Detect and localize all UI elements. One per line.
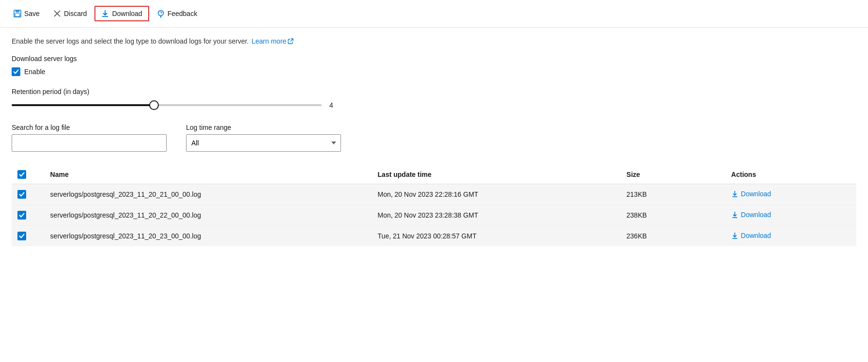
table-row: serverlogs/postgresql_2023_11_20_21_00_0… bbox=[12, 184, 856, 205]
row-checkbox-1[interactable] bbox=[17, 211, 26, 220]
retention-section: Retention period (in days) 4 bbox=[12, 88, 856, 110]
enable-label: Enable bbox=[24, 68, 46, 76]
log-time-wrapper: All Last hour Last 6 hours Last 12 hours… bbox=[186, 134, 341, 152]
col-header-time: Last update time bbox=[372, 165, 621, 184]
row-download-label-1: Download bbox=[741, 211, 771, 219]
download-label: Download bbox=[112, 10, 142, 17]
row-size-cell: 236KB bbox=[620, 226, 725, 247]
svg-rect-2 bbox=[15, 14, 20, 16]
enable-row: Enable bbox=[12, 67, 856, 76]
col-header-size: Size bbox=[620, 165, 725, 184]
search-label: Search for a log file bbox=[12, 124, 167, 131]
row-download-button-0[interactable]: Download bbox=[731, 190, 771, 198]
svg-line-10 bbox=[291, 39, 294, 42]
log-time-select[interactable]: All Last hour Last 6 hours Last 12 hours… bbox=[186, 134, 341, 152]
save-label: Save bbox=[24, 10, 40, 17]
row-time-cell: Mon, 20 Nov 2023 22:28:16 GMT bbox=[372, 184, 621, 205]
search-input[interactable] bbox=[12, 134, 167, 152]
download-button[interactable]: Download bbox=[94, 6, 149, 21]
row-download-icon-2 bbox=[731, 232, 738, 239]
section-label: Download server logs bbox=[12, 55, 856, 63]
slider-value: 4 bbox=[329, 101, 339, 109]
row-download-button-2[interactable]: Download bbox=[731, 232, 771, 239]
row-checkbox-0[interactable] bbox=[17, 190, 26, 199]
row-checkbox-2[interactable] bbox=[17, 232, 26, 240]
table-row: serverlogs/postgresql_2023_11_20_23_00_0… bbox=[12, 226, 856, 247]
select-all-checkbox[interactable] bbox=[17, 170, 26, 179]
table-header-row: Name Last update time Size Actions bbox=[12, 165, 856, 184]
main-content: Enable the server logs and select the lo… bbox=[0, 28, 868, 256]
row-time-cell: Mon, 20 Nov 2023 23:28:38 GMT bbox=[372, 205, 621, 226]
filter-row: Search for a log file Log time range All… bbox=[12, 124, 856, 152]
discard-icon bbox=[53, 10, 61, 17]
retention-label: Retention period (in days) bbox=[12, 88, 856, 95]
feedback-icon bbox=[157, 10, 165, 17]
log-table: Name Last update time Size Actions bbox=[12, 165, 856, 246]
row-download-label-2: Download bbox=[741, 232, 771, 239]
row-check-cell bbox=[12, 184, 45, 205]
discard-label: Discard bbox=[64, 10, 87, 17]
enable-checkbox[interactable] bbox=[12, 67, 20, 76]
row-checkmark-icon-2 bbox=[19, 233, 25, 239]
save-icon bbox=[14, 10, 21, 17]
row-checkmark-icon-1 bbox=[19, 212, 25, 218]
row-check-cell bbox=[12, 205, 45, 226]
row-name-cell: serverlogs/postgresql_2023_11_20_21_00_0… bbox=[45, 184, 372, 205]
row-action-cell: Download bbox=[726, 226, 856, 247]
search-group: Search for a log file bbox=[12, 124, 167, 152]
learn-more-link[interactable]: Learn more bbox=[252, 37, 294, 45]
checkmark-icon bbox=[13, 69, 19, 75]
row-download-icon-1 bbox=[731, 211, 738, 218]
slider-row: 4 bbox=[12, 100, 856, 110]
row-download-label-0: Download bbox=[741, 190, 771, 198]
col-header-actions: Actions bbox=[726, 165, 856, 184]
row-name-cell: serverlogs/postgresql_2023_11_20_23_00_0… bbox=[45, 226, 372, 247]
row-download-button-1[interactable]: Download bbox=[731, 211, 771, 219]
row-action-cell: Download bbox=[726, 184, 856, 205]
checkmark-all-icon bbox=[19, 172, 25, 177]
row-size-cell: 238KB bbox=[620, 205, 725, 226]
description-text: Enable the server logs and select the lo… bbox=[12, 37, 249, 45]
external-link-icon bbox=[288, 38, 294, 44]
feedback-label: Feedback bbox=[168, 10, 197, 17]
toolbar: Save Discard Download bbox=[0, 0, 868, 28]
log-time-label: Log time range bbox=[186, 124, 341, 131]
row-size-cell: 213KB bbox=[620, 184, 725, 205]
learn-more-text: Learn more bbox=[252, 37, 287, 45]
row-checkmark-icon-0 bbox=[19, 191, 25, 197]
row-download-icon-0 bbox=[731, 190, 738, 197]
log-table-body: serverlogs/postgresql_2023_11_20_21_00_0… bbox=[12, 184, 856, 247]
description-row: Enable the server logs and select the lo… bbox=[12, 37, 856, 45]
svg-rect-1 bbox=[16, 10, 19, 13]
log-time-group: Log time range All Last hour Last 6 hour… bbox=[186, 124, 341, 152]
discard-button[interactable]: Discard bbox=[47, 7, 93, 20]
slider-container bbox=[12, 100, 322, 110]
save-button[interactable]: Save bbox=[8, 7, 46, 20]
col-header-name: Name bbox=[45, 165, 372, 184]
row-name-cell: serverlogs/postgresql_2023_11_20_22_00_0… bbox=[45, 205, 372, 226]
row-check-cell bbox=[12, 226, 45, 247]
download-icon bbox=[101, 10, 109, 17]
row-action-cell: Download bbox=[726, 205, 856, 226]
feedback-button[interactable]: Feedback bbox=[151, 7, 203, 20]
col-header-check bbox=[12, 165, 45, 184]
row-time-cell: Tue, 21 Nov 2023 00:28:57 GMT bbox=[372, 226, 621, 247]
table-row: serverlogs/postgresql_2023_11_20_22_00_0… bbox=[12, 205, 856, 226]
